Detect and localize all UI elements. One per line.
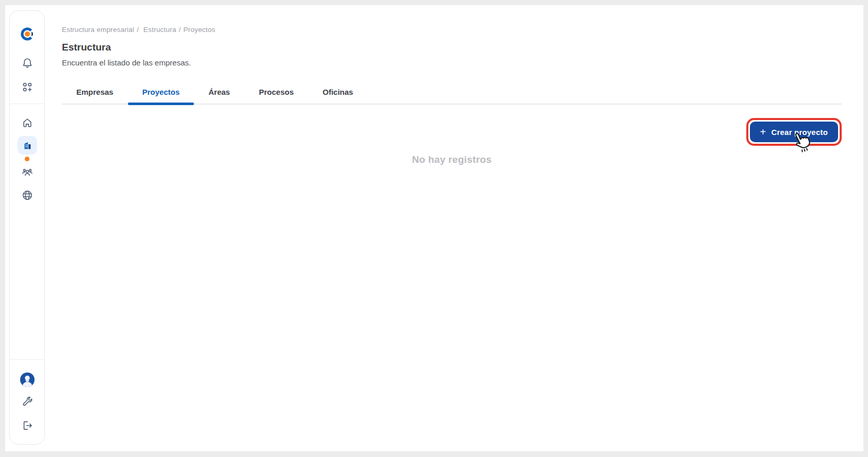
tab-empresas[interactable]: Empresas (62, 81, 128, 104)
page-subtitle: Encuentra el listado de las empresas. (62, 58, 842, 67)
tab-label: Procesos (259, 88, 294, 96)
tab-oficinas[interactable]: Oficinas (308, 81, 368, 104)
breadcrumb-separator: / (179, 26, 181, 33)
breadcrumb-item-root[interactable]: Estructura empresarial (62, 26, 134, 33)
sidebar-divider (10, 104, 44, 104)
tab-label: Empresas (76, 88, 113, 96)
sidebar-item-structure[interactable] (18, 136, 37, 155)
tab-label: Proyectos (142, 88, 180, 96)
tab-label: Áreas (208, 88, 230, 96)
tab-bar: Empresas Proyectos Áreas Procesos Oficin… (62, 81, 842, 105)
tab-areas[interactable]: Áreas (194, 81, 244, 104)
app-logo-icon[interactable] (20, 26, 35, 42)
notifications-bell-icon[interactable] (21, 57, 34, 70)
teams-icon[interactable] (21, 166, 34, 179)
empty-state-message: No hay registros (62, 154, 842, 165)
sidebar (9, 10, 45, 445)
plus-icon: + (760, 127, 766, 137)
screen: Estructura empresarial/ Estructura/Proye… (0, 0, 868, 457)
globe-icon[interactable] (21, 189, 34, 201)
breadcrumb: Estructura empresarial/ Estructura/Proye… (62, 26, 842, 33)
sidebar-divider-bottom (10, 359, 44, 360)
tutorial-highlight-ring: + Crear proyecto (746, 118, 842, 146)
tab-proyectos[interactable]: Proyectos (128, 81, 194, 104)
active-tab-indicator (128, 103, 194, 105)
home-icon[interactable] (21, 116, 34, 129)
apps-add-icon[interactable] (21, 81, 34, 93)
user-avatar[interactable] (20, 372, 35, 387)
logout-icon[interactable] (21, 419, 34, 432)
tab-label: Oficinas (323, 88, 353, 96)
create-project-button[interactable]: + Crear proyecto (750, 122, 838, 142)
main-content: Estructura empresarial/ Estructura/Proye… (57, 5, 842, 451)
create-project-label: Crear proyecto (771, 128, 828, 137)
company-structure-icon (22, 140, 33, 151)
toolbar: + Crear proyecto (62, 118, 842, 146)
breadcrumb-item-section[interactable]: Estructura (143, 26, 176, 33)
breadcrumb-separator: / (137, 26, 139, 33)
structure-notification-dot (25, 157, 29, 161)
tab-procesos[interactable]: Procesos (244, 81, 308, 104)
settings-wrench-icon[interactable] (21, 396, 34, 408)
app-window: Estructura empresarial/ Estructura/Proye… (5, 5, 863, 451)
breadcrumb-item-current[interactable]: Proyectos (184, 26, 216, 33)
page-title: Estructura (62, 42, 842, 53)
